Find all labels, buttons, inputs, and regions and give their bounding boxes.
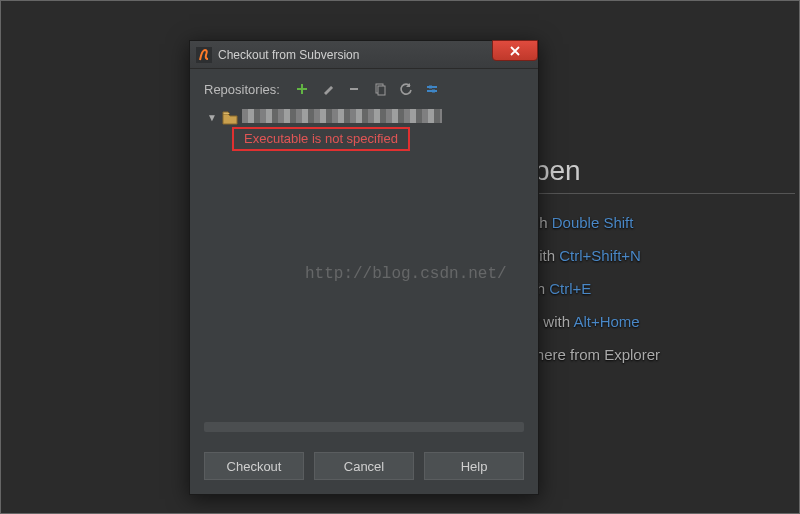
tip-line: file(s) here from Explorer — [495, 346, 795, 363]
repository-node[interactable]: ▼ — [204, 107, 524, 128]
welcome-heading: e open — [495, 155, 795, 194]
kbd-shortcut: Double Shift — [552, 214, 634, 231]
svg-rect-2 — [378, 86, 385, 95]
svg-rect-4 — [432, 90, 435, 93]
dialog-button-row: Checkout Cancel Help — [190, 442, 538, 494]
kbd-shortcut: Ctrl+Shift+N — [559, 247, 641, 264]
help-button[interactable]: Help — [424, 452, 524, 480]
expand-arrow-icon[interactable]: ▼ — [206, 112, 218, 123]
kbd-shortcut: Alt+Home — [573, 313, 639, 330]
error-highlight: Executable is not specified — [232, 127, 410, 151]
obscured-text — [242, 109, 442, 123]
dialog-titlebar[interactable]: Checkout from Subversion — [190, 41, 538, 69]
checkout-subversion-dialog: Checkout from Subversion Repositories: — [189, 40, 539, 495]
close-button[interactable] — [492, 40, 538, 61]
kbd-shortcut: Ctrl+E — [549, 280, 591, 297]
tip-line: ere with Double Shift — [495, 214, 795, 231]
refresh-icon[interactable] — [398, 81, 414, 97]
settings-icon[interactable] — [424, 81, 440, 97]
repositories-toolbar: Repositories: — [204, 81, 524, 97]
welcome-tips-panel: e open ere with Double Shift ame with Ct… — [495, 155, 795, 379]
phpstorm-app-icon — [196, 47, 212, 63]
cancel-button[interactable]: Cancel — [314, 452, 414, 480]
edit-icon[interactable] — [320, 81, 336, 97]
tip-line: on Bar with Alt+Home — [495, 313, 795, 330]
checkout-button[interactable]: Checkout — [204, 452, 304, 480]
horizontal-scrollbar[interactable] — [204, 422, 524, 432]
add-icon[interactable] — [294, 81, 310, 97]
repositories-tree[interactable]: ▼ Executable is not specified — [204, 103, 524, 418]
tip-line: les with Ctrl+E — [495, 280, 795, 297]
copy-icon[interactable] — [372, 81, 388, 97]
dialog-title: Checkout from Subversion — [218, 48, 359, 62]
folder-icon — [222, 111, 238, 125]
repositories-label: Repositories: — [204, 82, 280, 97]
error-message: Executable is not specified — [244, 131, 398, 146]
repository-url-label — [242, 109, 442, 126]
tip-line: ame with Ctrl+Shift+N — [495, 247, 795, 264]
svg-rect-3 — [429, 86, 432, 89]
remove-icon[interactable] — [346, 81, 362, 97]
